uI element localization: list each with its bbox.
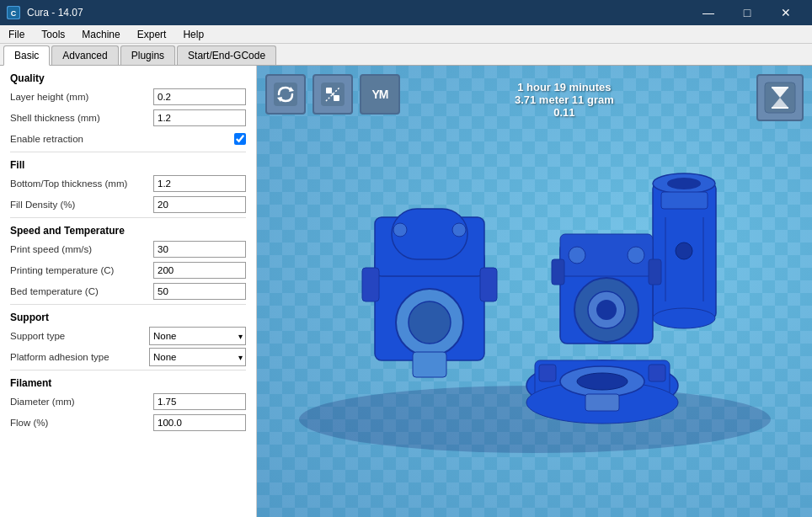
section-filament-title: Filament [10, 377, 246, 389]
svg-point-40 [596, 300, 617, 320]
viewport-info: 1 hour 19 minutes 3.71 meter 11 gram 0.1… [515, 81, 614, 119]
maximize-button[interactable]: □ [728, 0, 767, 25]
flow-input[interactable] [153, 414, 246, 431]
app-icon: C [7, 6, 20, 19]
enable-retraction-row: Enable retraction [10, 130, 246, 148]
bed-temp-label: Bed temperature (C) [10, 286, 153, 296]
separator-4 [10, 370, 246, 370]
svg-rect-24 [362, 268, 379, 301]
settings-panel: Quality Layer height (mm) Shell thicknes… [0, 66, 257, 517]
platform-adhesion-select[interactable]: None Brim Raft [149, 348, 246, 366]
tab-start-end-gcode[interactable]: Start/End-GCode [177, 45, 276, 65]
shell-thickness-label: Shell thickness (mm) [10, 113, 153, 123]
info-time: 1 hour 19 minutes [515, 81, 614, 93]
layer-height-label: Layer height (mm) [10, 92, 153, 102]
bottom-top-thickness-row: Bottom/Top thickness (mm) [10, 174, 246, 193]
svg-text:C: C [11, 9, 17, 18]
svg-point-47 [577, 373, 628, 390]
fill-density-input[interactable] [153, 196, 246, 213]
menu-expert[interactable]: Expert [129, 25, 175, 43]
print-temp-label: Printing temperature (C) [10, 265, 153, 275]
support-type-wrapper: None Touching buildplate Everywhere [149, 327, 246, 345]
print-temp-input[interactable] [153, 262, 246, 279]
menu-machine[interactable]: Machine [73, 25, 128, 43]
svg-rect-7 [334, 95, 339, 101]
ym-icon[interactable]: YM [360, 74, 400, 115]
svg-rect-23 [413, 352, 446, 377]
enable-retraction-label: Enable retraction [10, 134, 234, 144]
support-type-label: Support type [10, 331, 149, 341]
rotate-icon[interactable] [265, 74, 306, 115]
svg-rect-50 [585, 394, 619, 411]
menu-tools[interactable]: Tools [33, 25, 73, 43]
support-type-select[interactable]: None Touching buildplate Everywhere [149, 327, 246, 345]
tab-plugins[interactable]: Plugins [120, 45, 175, 65]
separator-3 [10, 304, 246, 305]
svg-rect-42 [649, 259, 661, 285]
svg-rect-41 [552, 259, 564, 285]
section-support-title: Support [10, 312, 246, 323]
section-fill-title: Fill [10, 159, 246, 171]
menu-help[interactable]: Help [174, 25, 212, 43]
svg-rect-30 [661, 192, 708, 209]
bottom-top-thickness-label: Bottom/Top thickness (mm) [10, 179, 153, 189]
shell-thickness-input[interactable] [153, 109, 246, 126]
platform-adhesion-row: Platform adhesion type None Brim Raft [10, 348, 246, 366]
enable-retraction-checkbox[interactable] [234, 133, 246, 145]
print-speed-row: Print speed (mm/s) [10, 240, 246, 258]
bottom-top-thickness-input[interactable] [153, 175, 246, 192]
scale-icon[interactable] [313, 74, 353, 115]
tab-advanced[interactable]: Advanced [51, 45, 118, 65]
tab-basic[interactable]: Basic [3, 45, 50, 66]
svg-point-37 [628, 247, 644, 264]
platform-adhesion-label: Platform adhesion type [10, 352, 149, 362]
section-speed-title: Speed and Temperature [10, 225, 246, 237]
minimize-button[interactable]: — [689, 0, 728, 25]
info-material: 3.71 meter 11 gram [515, 93, 614, 106]
title-bar: C Cura - 14.07 — □ ✕ [0, 0, 812, 25]
support-type-row: Support type None Touching buildplate Ev… [10, 327, 246, 345]
close-button[interactable]: ✕ [767, 0, 805, 25]
print-speed-input[interactable] [153, 241, 246, 258]
print-speed-label: Print speed (mm/s) [10, 244, 153, 254]
section-quality-title: Quality [10, 72, 246, 84]
svg-point-29 [653, 308, 715, 328]
svg-rect-2 [274, 83, 297, 106]
svg-point-36 [569, 247, 585, 264]
separator-2 [10, 217, 246, 218]
svg-point-22 [409, 301, 451, 344]
diameter-input[interactable] [153, 393, 246, 410]
main-layout: Quality Layer height (mm) Shell thicknes… [0, 66, 812, 517]
layer-height-row: Layer height (mm) [10, 88, 246, 106]
diameter-label: Diameter (mm) [10, 397, 153, 407]
title-bar-left: C Cura - 14.07 [7, 6, 83, 19]
info-cost: 0.11 [515, 106, 614, 119]
svg-rect-49 [649, 365, 665, 381]
fill-density-label: Fill Density (%) [10, 200, 153, 210]
svg-point-20 [452, 223, 466, 237]
svg-point-19 [393, 223, 407, 237]
3d-viewport: YM 1 hour 19 minutes 3.71 meter 11 gram … [257, 66, 812, 517]
svg-point-28 [667, 178, 701, 189]
bed-temp-row: Bed temperature (C) [10, 282, 246, 301]
viewport-scene [257, 66, 812, 517]
fill-density-row: Fill Density (%) [10, 195, 246, 214]
window-controls: — □ ✕ [689, 0, 805, 25]
svg-point-33 [676, 243, 692, 259]
menu-file[interactable]: File [0, 25, 33, 43]
layer-height-input[interactable] [153, 88, 246, 105]
window-title: Cura - 14.07 [27, 7, 83, 19]
separator-1 [10, 152, 246, 152]
print-temp-row: Printing temperature (C) [10, 261, 246, 280]
tab-bar: Basic Advanced Plugins Start/End-GCode [0, 44, 812, 66]
viewport-toolbar: YM [265, 74, 400, 115]
svg-rect-48 [539, 365, 556, 381]
slice-icon[interactable] [756, 74, 804, 121]
svg-rect-6 [326, 88, 332, 93]
menu-bar: File Tools Machine Expert Help [0, 25, 812, 44]
bed-temp-input[interactable] [153, 283, 246, 300]
platform-adhesion-wrapper: None Brim Raft [149, 348, 246, 366]
diameter-row: Diameter (mm) [10, 392, 246, 411]
svg-rect-25 [480, 268, 497, 301]
flow-label: Flow (%) [10, 418, 153, 428]
